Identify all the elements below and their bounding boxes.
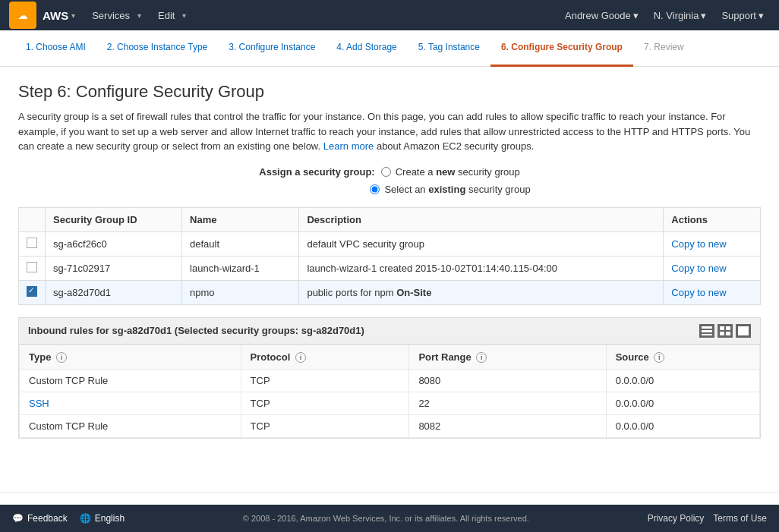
sg-row3-checkbox-cell[interactable] — [19, 280, 46, 304]
assign-row: Assign a security group: Create a new se… — [259, 166, 519, 178]
source-info-icon[interactable]: i — [654, 352, 664, 363]
sg-row3-checkbox[interactable] — [27, 286, 37, 297]
rule2-protocol: TCP — [241, 392, 409, 415]
copyright-text: © 2008 - 2016, Amazon Web Services, Inc.… — [125, 514, 648, 523]
bottom-bar-right: Privacy Policy Terms of Use — [648, 513, 767, 524]
assign-label: Assign a security group: — [259, 166, 374, 178]
svg-rect-7 — [720, 332, 724, 335]
sg-row2-desc: launch-wizard-1 created 2015-10-02T01:14… — [299, 256, 664, 280]
sg-row1-copy[interactable]: Copy to new — [664, 231, 761, 256]
rule3-protocol: TCP — [241, 415, 409, 438]
globe-icon: 🌐 — [80, 513, 91, 524]
sg-col-actions: Actions — [664, 207, 761, 231]
select-existing-radio[interactable] — [370, 184, 380, 194]
table-row: SSH TCP 22 0.0.0.0/0 — [20, 392, 760, 415]
wizard-step-1[interactable]: 1. Choose AMI — [15, 30, 96, 67]
sg-row2-checkbox[interactable] — [27, 262, 37, 272]
create-new-radio[interactable] — [381, 167, 391, 177]
rule2-source: 0.0.0.0/0 — [606, 392, 759, 415]
wizard-steps: 1. Choose AMI 2. Choose Instance Type 3.… — [0, 30, 779, 67]
top-nav: ☁ AWS ▾ Services ▾ Edit ▾ Andrew Goode ▾… — [0, 0, 779, 30]
page-title: Step 6: Configure Security Group — [18, 82, 761, 102]
rule1-type: Custom TCP Rule — [20, 370, 241, 392]
assign-group-section: Assign a security group: Create a new se… — [18, 166, 761, 195]
table-row: sg-71c02917 launch-wizard-1 launch-wizar… — [19, 256, 761, 280]
port-info-icon[interactable]: i — [476, 352, 487, 363]
aws-logo: ☁ — [9, 2, 36, 29]
sg-col-checkbox — [19, 207, 46, 231]
inbound-col-protocol: Protocol i — [241, 345, 409, 370]
bottom-bar-left: 💬 Feedback 🌐 English — [12, 513, 125, 524]
view-icon-1[interactable] — [699, 324, 714, 338]
wizard-step-4[interactable]: 4. Add Storage — [326, 30, 407, 67]
sg-row2-copy[interactable]: Copy to new — [664, 256, 761, 280]
ssh-link[interactable]: SSH — [29, 398, 49, 409]
nav-region[interactable]: N. Virginia ▾ — [648, 5, 713, 26]
sg-row2-checkbox-cell[interactable] — [19, 256, 46, 280]
type-info-icon[interactable]: i — [56, 352, 67, 363]
feedback-button[interactable]: 💬 Feedback — [12, 513, 68, 524]
view-icons — [699, 324, 751, 338]
svg-rect-8 — [726, 332, 730, 335]
svg-rect-2 — [702, 326, 712, 329]
edit-dropdown-icon[interactable]: ▾ — [182, 11, 186, 20]
main-content: Step 6: Configure Security Group A secur… — [0, 67, 779, 492]
aws-dropdown-icon[interactable]: ▾ — [71, 11, 75, 20]
inbound-col-port: Port Range i — [409, 345, 606, 370]
protocol-info-icon[interactable]: i — [295, 352, 306, 363]
nav-user[interactable]: Andrew Goode ▾ — [559, 5, 645, 26]
page-description: A security group is a set of firewall ru… — [18, 109, 761, 154]
svg-rect-3 — [702, 330, 712, 332]
sg-col-id: Security Group ID — [46, 207, 182, 231]
nav-services[interactable]: Services — [87, 4, 134, 27]
create-new-option[interactable]: Create a new security group — [381, 166, 520, 178]
sg-col-description: Description — [299, 207, 664, 231]
wizard-step-6[interactable]: 6. Configure Security Group — [490, 30, 633, 67]
sg-row3-desc: public ports for npm On-Site — [299, 280, 664, 304]
language-button[interactable]: 🌐 English — [80, 513, 125, 524]
services-dropdown-icon[interactable]: ▾ — [137, 11, 141, 20]
svg-rect-9 — [738, 326, 749, 335]
table-row: Custom TCP Rule TCP 8080 0.0.0.0/0 — [20, 370, 760, 392]
sg-row3-copy[interactable]: Copy to new — [664, 280, 761, 304]
sg-row1-checkbox[interactable] — [27, 238, 37, 248]
rule2-type[interactable]: SSH — [20, 392, 241, 415]
wizard-step-5[interactable]: 5. Tag Instance — [408, 30, 490, 67]
inbound-rules-table: Type i Protocol i Port Range i Source i — [19, 345, 760, 439]
table-row: sg-a6cf26c0 default default VPC security… — [19, 231, 761, 256]
security-groups-table: Security Group ID Name Description Actio… — [18, 207, 761, 305]
view-icon-2[interactable] — [718, 324, 733, 338]
inbound-rules-title: Inbound rules for sg-a82d70d1 (Selected … — [28, 325, 364, 336]
select-existing-option[interactable]: Select an existing security group — [370, 184, 530, 195]
svg-rect-5 — [720, 326, 724, 330]
learn-more-link[interactable]: Learn more — [323, 140, 374, 152]
sg-row2-name: launch-wizard-1 — [182, 256, 299, 280]
sg-row1-id: sg-a6cf26c0 — [46, 231, 182, 256]
wizard-step-2[interactable]: 2. Choose Instance Type — [96, 30, 219, 67]
inbound-col-type: Type i — [20, 345, 241, 370]
rule1-source: 0.0.0.0/0 — [606, 370, 759, 392]
sg-row2-id: sg-71c02917 — [46, 256, 182, 280]
nav-edit[interactable]: Edit — [153, 4, 179, 27]
terms-of-use-link[interactable]: Terms of Use — [713, 513, 767, 524]
feedback-label: Feedback — [27, 513, 68, 524]
nav-support[interactable]: Support ▾ — [715, 5, 770, 26]
wizard-step-7: 7. Review — [633, 30, 695, 67]
assign-existing-row: Select an existing security group — [248, 184, 530, 195]
feedback-icon: 💬 — [12, 513, 24, 524]
table-row: sg-a82d70d1 npmo public ports for npm On… — [19, 280, 761, 304]
sg-row1-name: default — [182, 231, 299, 256]
sg-row1-checkbox-cell[interactable] — [19, 231, 46, 256]
rule1-port: 8080 — [409, 370, 606, 392]
rule3-type: Custom TCP Rule — [20, 415, 241, 438]
sg-row1-desc: default VPC security group — [299, 231, 664, 256]
rule2-port: 22 — [409, 392, 606, 415]
aws-brand-label: AWS — [43, 9, 68, 22]
inbound-col-source: Source i — [606, 345, 759, 370]
language-label: English — [95, 513, 125, 524]
view-icon-3[interactable] — [736, 324, 751, 338]
privacy-policy-link[interactable]: Privacy Policy — [648, 513, 705, 524]
sg-row3-name: npmo — [182, 280, 299, 304]
sg-col-name: Name — [182, 207, 299, 231]
wizard-step-3[interactable]: 3. Configure Instance — [218, 30, 326, 67]
